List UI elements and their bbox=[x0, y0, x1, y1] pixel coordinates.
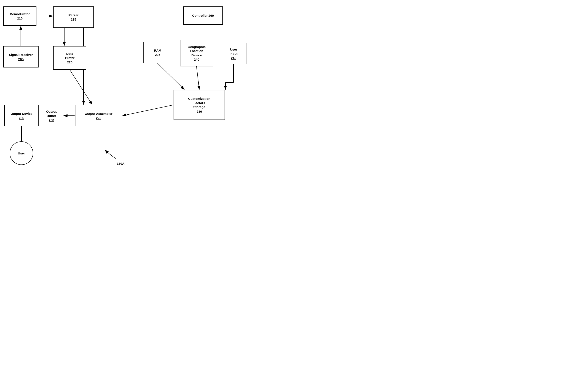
ram-label: RAM bbox=[154, 48, 161, 53]
customization-box: CustomizationFactorsStorage 230 bbox=[174, 90, 225, 120]
output-device-num: 255 bbox=[19, 116, 24, 120]
output-assembler-box: Output Assembler 225 bbox=[75, 105, 122, 126]
output-buffer-box: OutputBuffer 250 bbox=[40, 105, 63, 126]
svg-line-8 bbox=[158, 63, 184, 90]
demodulator-box: Demodulator 210 bbox=[3, 6, 37, 26]
demodulator-label: Demodulator bbox=[10, 12, 30, 16]
signal-receiver-num: 205 bbox=[18, 57, 24, 61]
svg-line-5 bbox=[70, 70, 92, 104]
signal-receiver-box: Signal Receiver 205 bbox=[3, 46, 39, 68]
user-label: User bbox=[18, 152, 25, 155]
signal-receiver-label: Signal Receiver bbox=[9, 53, 33, 57]
demodulator-num: 210 bbox=[17, 16, 23, 20]
output-device-label: Output Device bbox=[11, 112, 32, 116]
user-input-box: UserInput 245 bbox=[221, 43, 246, 64]
geo-device-label: GeographicLocationDevice bbox=[188, 45, 206, 58]
controller-box: Controller 260 bbox=[183, 6, 223, 25]
geo-device-box: GeographicLocationDevice 240 bbox=[180, 40, 213, 66]
parser-box: Parser 215 bbox=[53, 6, 94, 28]
diagram-label-150a: 150A bbox=[117, 162, 125, 165]
data-buffer-label: DataBuffer bbox=[65, 52, 74, 60]
output-device-box: Output Device 255 bbox=[4, 105, 39, 126]
ram-num: 235 bbox=[155, 53, 160, 56]
customization-label: CustomizationFactorsStorage bbox=[188, 96, 210, 109]
user-input-label: UserInput bbox=[230, 47, 238, 56]
output-assembler-label: Output Assembler bbox=[85, 112, 112, 116]
output-buffer-label: OutputBuffer bbox=[46, 110, 57, 118]
controller-label: Controller 260 bbox=[192, 14, 214, 18]
svg-line-9 bbox=[197, 66, 199, 90]
output-assembler-num: 225 bbox=[96, 116, 101, 120]
customization-num: 230 bbox=[197, 110, 202, 113]
geo-device-num: 240 bbox=[194, 58, 199, 61]
data-buffer-num: 220 bbox=[67, 60, 73, 64]
arrows-svg bbox=[0, 0, 293, 196]
svg-line-13 bbox=[123, 105, 173, 116]
user-circle: User bbox=[10, 142, 33, 165]
parser-label: Parser bbox=[69, 13, 79, 17]
parser-num: 215 bbox=[71, 18, 76, 21]
data-buffer-box: DataBuffer 220 bbox=[53, 46, 86, 70]
controller-num: 260 bbox=[209, 14, 214, 17]
diagram: Demodulator 210 Parser 215 Signal Receiv… bbox=[0, 0, 293, 196]
ram-box: RAM 235 bbox=[143, 42, 172, 63]
user-input-num: 245 bbox=[231, 56, 236, 60]
output-buffer-num: 250 bbox=[49, 118, 54, 122]
